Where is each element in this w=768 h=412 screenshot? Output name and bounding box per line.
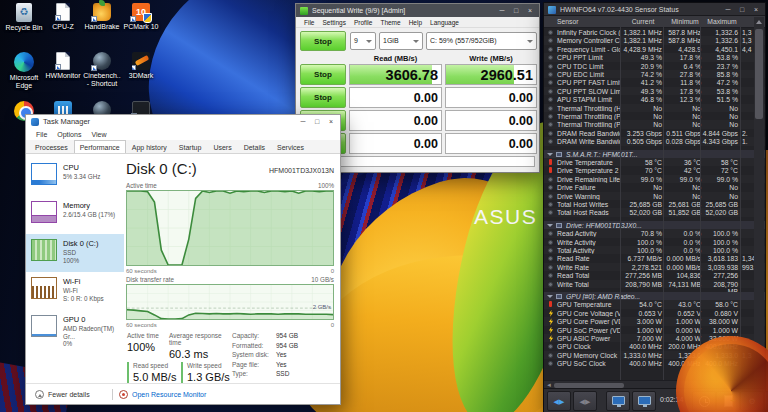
menu-file[interactable]: File	[31, 131, 52, 138]
close-button[interactable]: ×	[523, 4, 537, 17]
sensor-maximum: 1.000 W	[702, 327, 738, 334]
desktop-icon-microsoft[interactable]: Microsoft Edge	[4, 52, 44, 89]
column-header-maximum[interactable]: Maximum	[705, 18, 739, 25]
sensor-row-write-total[interactable]: Write Total208,790 MB74,131 MB208,790 MB	[544, 280, 765, 288]
fewer-details-toggle[interactable]: Fewer details	[48, 391, 90, 398]
menu-file[interactable]: File	[300, 19, 318, 26]
sensor-row-cpu-ppt-slow-limit[interactable]: CPU PPT SLOW Limit49.3 %17.8 %53.8 %	[544, 87, 765, 95]
sensor-current: 3.000 W	[622, 318, 662, 325]
sensor-row-thermal-throttling-p-[interactable]: Thermal Throttling (P...NoNoNo	[544, 112, 765, 120]
sensor-row-read-rate[interactable]: Read Rate6.737 MB/s0.000 MB/s3,618.183 M…	[544, 254, 765, 262]
target-drive-select[interactable]: C: 59% (557/952GiB)	[426, 32, 537, 50]
sidebar-item-disk-0-c-[interactable]: Disk 0 (C:)SSD 100%	[26, 234, 124, 272]
tab-services[interactable]: Services	[271, 140, 310, 153]
sensor-row-cpu-tdc-limit[interactable]: CPU TDC Limit20.9 %6.4 %23.7 %	[544, 62, 765, 70]
desktop-icon-cinebench-[interactable]: Cinebench.. - Shortcut	[82, 52, 122, 87]
menu-settings[interactable]: Settings	[318, 19, 350, 26]
vertical-scrollbar[interactable]	[754, 17, 764, 379]
sensor-row-total-activity[interactable]: Total Activity100.0 %0.0 %100.0 %	[544, 246, 765, 254]
desktop-icon-3dmark[interactable]: 3DMark	[121, 52, 161, 80]
sidebar-item-memory[interactable]: Memory2.6/15.4 GB (17%)	[26, 196, 124, 234]
menu-profile[interactable]: Profile	[350, 19, 376, 26]
sensor-row-drive-failure[interactable]: Drive FailureNoNoNo	[544, 183, 765, 191]
tab-startup[interactable]: Startup	[173, 140, 208, 153]
nav-back-forward-button[interactable]: ◀▶	[547, 391, 571, 411]
sensor-row-write-activity[interactable]: Write Activity100.0 %0.0 %100.0 %	[544, 238, 765, 246]
scrollbar-thumb[interactable]	[755, 29, 763, 119]
desktop-icon-pcmark-10[interactable]: 10PCMark 10	[121, 3, 161, 31]
desktop-icon-recycle-bin[interactable]: ♻Recycle Bin	[4, 3, 44, 32]
tab-app-history[interactable]: App history	[126, 140, 173, 153]
column-header-minimum[interactable]: Minimum	[668, 18, 702, 25]
sensor-row-dram-read-bandwidth[interactable]: DRAM Read Bandwidth3.253 Gbps0.511 Gbps4…	[544, 129, 765, 137]
minimize-button[interactable]: ─	[495, 4, 509, 17]
desktop-icon-cpu-z[interactable]: CPU-Z	[43, 3, 83, 31]
sensor-row-drive-warning[interactable]: Drive WarningNoNoNo	[544, 192, 765, 200]
sensor-row-memory-controller-clo-[interactable]: Memory Controller Clo...1,382.1 MHz587.8…	[544, 36, 765, 44]
stop-row-button[interactable]: Stop	[300, 64, 346, 85]
maximize-button[interactable]: □	[735, 3, 749, 16]
maximize-button[interactable]: □	[310, 115, 324, 128]
sensor-current: 4,428.9 MHz	[622, 46, 662, 53]
sensor-row-cpu-ppt-limit[interactable]: CPU PPT Limit49.3 %17.8 %53.8 %	[544, 53, 765, 61]
column-header-sensor[interactable]: Sensor	[557, 18, 617, 25]
sensor-section-s-m-a-r-t-hfm001t-[interactable]: S.M.A.R.T.: HFM001T...	[544, 150, 765, 158]
sensor-row-gpu-temperature[interactable]: GPU Temperature54.0 °C43.0 °C58.0 °C	[544, 300, 765, 308]
system-summary-button[interactable]	[606, 391, 630, 411]
sensor-section-drive-hfm001td3jx0-[interactable]: Drive: HFM001TD3JX0...	[544, 221, 765, 229]
sensor-maximum: 23.7 %	[702, 63, 738, 70]
test-count-select[interactable]: 9	[350, 32, 376, 50]
crystaldiskmark-window-controls: ─□×	[495, 4, 537, 17]
sensor-row-thermal-throttling-h-[interactable]: Thermal Throttling (H...NoNoNo	[544, 104, 765, 112]
sensor-row-dram-write-bandwidth[interactable]: DRAM Write Bandwidth0.505 Gbps0.028 Gbps…	[544, 137, 765, 145]
sensor-row-gpu-core-voltage-vd-[interactable]: GPU Core Voltage (VD...0.653 V0.652 V0.6…	[544, 309, 765, 317]
sensor-row-read-total[interactable]: Read Total277,256 MB104,836 MB277,256 MB	[544, 271, 765, 279]
minimize-button[interactable]: ─	[721, 3, 735, 16]
sensor-row-drive-temperature[interactable]: Drive Temperature58 °C36 °C58 °C	[544, 158, 765, 166]
sensor-row-thermal-throttling-p-[interactable]: Thermal Throttling (P...NoNoNo	[544, 120, 765, 128]
menu-view[interactable]: View	[86, 131, 111, 138]
sensor-row-write-rate[interactable]: Write Rate2,278.521 M...0.000 MB/s3,039.…	[544, 263, 765, 271]
tab-performance[interactable]: Performance	[74, 140, 126, 153]
tab-details[interactable]: Details	[238, 140, 271, 153]
menu-theme[interactable]: Theme	[376, 19, 404, 26]
sensor-row-cpu-ppt-fast-limit[interactable]: CPU PPT FAST Limit41.2 %11.8 %47.2 %	[544, 78, 765, 86]
maximize-button[interactable]: □	[509, 4, 523, 17]
sensor-row-drive-remaining-life[interactable]: Drive Remaining Life99.0 %99.0 %99.0 %	[544, 175, 765, 183]
test-size-select[interactable]: 1GiB	[379, 32, 423, 50]
sensor-row-infinity-fabric-clock-f-[interactable]: Infinity Fabric Clock (F...1,382.1 MHz58…	[544, 28, 765, 36]
sidebar-item-wi-fi[interactable]: Wi-FiWi-Fi S: 0 R: 0 Kbps	[26, 272, 124, 310]
sensor-row-read-activity[interactable]: Read Activity70.8 %0.0 %100.0 %	[544, 229, 765, 237]
sensor-row-gpu-core-power-vdd-[interactable]: GPU Core Power (VDD...3.000 W1.000 W38.0…	[544, 317, 765, 325]
sensor-row-gpu-soc-power-vdd-[interactable]: GPU SoC Power (VDD...1.000 W0.000 W1.000…	[544, 326, 765, 334]
sidebar-item-cpu[interactable]: CPU5% 3.34 GHz	[26, 158, 124, 196]
sensor-row-total-host-reads[interactable]: Total Host Reads52,020 GB51,852 GB52,020…	[544, 208, 765, 216]
sensor-section-gpu-0-amd-radeo-[interactable]: GPU [#0]: AMD Radeo...	[544, 292, 765, 300]
tab-processes[interactable]: Processes	[29, 140, 74, 153]
desktop-icon-handbrake[interactable]: HandBrake	[82, 3, 122, 31]
sensor-row-cpu-edc-limit[interactable]: CPU EDC Limit74.2 %27.8 %85.8 %	[544, 70, 765, 78]
close-button[interactable]: ×	[749, 3, 763, 16]
nav-back-forward-disabled-button[interactable]: ◀▶	[573, 391, 597, 411]
sensor-minimum: 11.8 %	[665, 79, 701, 86]
close-button[interactable]: ×	[324, 115, 338, 128]
desktop-icon-hwmonitor[interactable]: HWMonitor	[43, 52, 83, 80]
menu-options[interactable]: Options	[52, 131, 86, 138]
task-manager-titlebar[interactable]: Task Manager	[26, 115, 340, 128]
sensor-maximum: 0.680 V	[702, 310, 738, 317]
remote-sensors-button[interactable]	[632, 391, 656, 411]
scrollbar-thumb[interactable]	[554, 383, 624, 388]
sensor-row-frequency-limit-global[interactable]: Frequency Limit - Global4,428.9 MHz4,428…	[544, 45, 765, 53]
column-header-current[interactable]: Current	[626, 18, 660, 25]
sensor-row-drive-temperature-2[interactable]: Drive Temperature 270 °C42 °C72 °C	[544, 166, 765, 174]
minimize-button[interactable]: ─	[296, 115, 310, 128]
tab-users[interactable]: Users	[207, 140, 237, 153]
menu-language[interactable]: Language	[426, 19, 463, 26]
sensor-row-apu-stapm-limit[interactable]: APU STAPM Limit46.8 %12.3 %51.5 %	[544, 95, 765, 103]
sensor-row-total-host-writes[interactable]: Total Host Writes25,685 GB25,681 GB25,68…	[544, 200, 765, 208]
menu-help[interactable]: Help	[405, 19, 426, 26]
stop-all-button[interactable]: Stop	[300, 31, 346, 51]
stop-row-button[interactable]: Stop	[300, 87, 346, 108]
sidebar-item-gpu-0[interactable]: GPU 0AMD Radeon(TM) Gr... 0%	[26, 310, 124, 348]
open-resource-monitor-link[interactable]: Open Resource Monitor	[132, 391, 206, 398]
